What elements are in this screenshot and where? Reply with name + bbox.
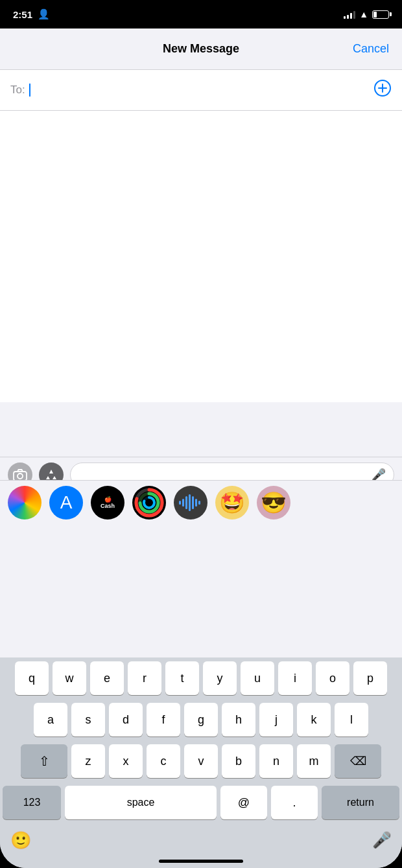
key-space[interactable]: space (65, 786, 217, 819)
cash-label: Cash (100, 503, 115, 509)
key-p[interactable]: p (353, 661, 387, 695)
key-a[interactable]: a (34, 703, 67, 737)
app-memoji1[interactable]: 🤩 (215, 486, 249, 520)
key-c[interactable]: c (147, 744, 180, 778)
battery-text: 23 (378, 12, 384, 17)
svg-rect-14 (189, 494, 191, 511)
apps-row: A 🍎 Cash (0, 480, 402, 525)
key-shift[interactable]: ⇧ (21, 744, 67, 778)
to-label: To: (10, 84, 25, 97)
key-i[interactable]: i (278, 661, 312, 695)
emoji-button[interactable]: 🙂 (10, 830, 31, 851)
signal-bar-1 (344, 16, 346, 19)
signal-bar-2 (347, 15, 349, 19)
keyboard: q w e r t y u i o p a s d f g h j k l ⇧ … (0, 657, 402, 868)
key-return[interactable]: return (322, 786, 399, 819)
keyboard-row-1: q w e r t y u i o p (0, 657, 402, 699)
key-y[interactable]: y (203, 661, 237, 695)
app-photos[interactable] (8, 486, 41, 520)
keyboard-row-3: ⇧ z x c v b n m ⌫ (0, 740, 402, 782)
app-soundwaves[interactable] (174, 486, 207, 520)
app-appstore[interactable]: A (49, 486, 83, 520)
appstore-letter: A (60, 492, 73, 513)
add-recipient-button[interactable] (373, 79, 392, 101)
key-r[interactable]: r (128, 661, 161, 695)
key-s[interactable]: s (71, 703, 105, 737)
status-right: ▲ 23 (344, 9, 389, 19)
key-f[interactable]: f (147, 703, 180, 737)
svg-rect-12 (182, 499, 184, 507)
key-period[interactable]: . (271, 786, 318, 819)
battery-icon: 23 (372, 10, 389, 19)
key-w[interactable]: w (53, 661, 86, 695)
memoji2-face: 😎 (261, 490, 287, 515)
key-b[interactable]: b (222, 744, 255, 778)
memoji1-face: 🤩 (219, 490, 245, 515)
camera-icon (13, 468, 27, 481)
app-memoji2[interactable]: 😎 (257, 486, 290, 520)
nav-bar: New Message Cancel (0, 29, 402, 70)
dictation-button[interactable]: 🎤 (372, 831, 392, 849)
svg-rect-11 (179, 501, 181, 505)
key-j[interactable]: j (259, 703, 293, 737)
svg-point-4 (18, 474, 23, 479)
status-left: 2:51 👤 (13, 8, 50, 20)
keyboard-row-2: a s d f g h j k l (0, 699, 402, 740)
key-m[interactable]: m (297, 744, 331, 778)
signal-bar-3 (350, 13, 352, 19)
cash-apple: 🍎 (104, 497, 112, 503)
key-h[interactable]: h (222, 703, 255, 737)
plus-circle-icon (373, 79, 392, 97)
app-activity[interactable] (132, 486, 166, 520)
svg-rect-13 (185, 496, 187, 509)
key-numbers[interactable]: 123 (3, 786, 61, 819)
key-t[interactable]: t (165, 661, 199, 695)
key-l[interactable]: l (335, 703, 368, 737)
person-icon: 👤 (38, 8, 50, 20)
key-k[interactable]: k (297, 703, 331, 737)
svg-rect-16 (195, 499, 197, 507)
message-area[interactable] (0, 111, 402, 402)
home-indicator-spacer (0, 863, 402, 868)
nav-title: New Message (163, 42, 239, 56)
svg-rect-15 (192, 496, 194, 509)
signal-bars (344, 10, 355, 19)
soundwave-icon (179, 494, 202, 511)
wifi-icon: ▲ (359, 9, 368, 19)
key-o[interactable]: o (316, 661, 349, 695)
key-z[interactable]: z (71, 744, 105, 778)
to-cursor (29, 84, 30, 97)
screen: New Message Cancel To: (0, 29, 402, 868)
key-n[interactable]: n (259, 744, 293, 778)
key-g[interactable]: g (184, 703, 218, 737)
svg-rect-17 (198, 501, 200, 505)
cancel-button[interactable]: Cancel (353, 42, 389, 56)
keyboard-row-bottom: 123 space @ . return (0, 782, 402, 823)
to-field[interactable]: To: (0, 70, 402, 111)
app-cash[interactable]: 🍎 Cash (91, 486, 124, 520)
svg-rect-3 (14, 472, 27, 481)
activity-rings (132, 486, 166, 520)
time: 2:51 (13, 9, 32, 20)
key-e[interactable]: e (90, 661, 124, 695)
key-v[interactable]: v (184, 744, 218, 778)
key-d[interactable]: d (109, 703, 143, 737)
keyboard-bottom-bar: 🙂 🎤 (0, 823, 402, 857)
status-bar: 2:51 👤 ▲ 23 (0, 0, 402, 29)
key-u[interactable]: u (241, 661, 274, 695)
signal-bar-4 (353, 11, 355, 19)
key-delete[interactable]: ⌫ (335, 744, 381, 778)
key-x[interactable]: x (109, 744, 143, 778)
key-at[interactable]: @ (220, 786, 267, 819)
key-q[interactable]: q (15, 661, 49, 695)
battery-fill (373, 12, 377, 17)
